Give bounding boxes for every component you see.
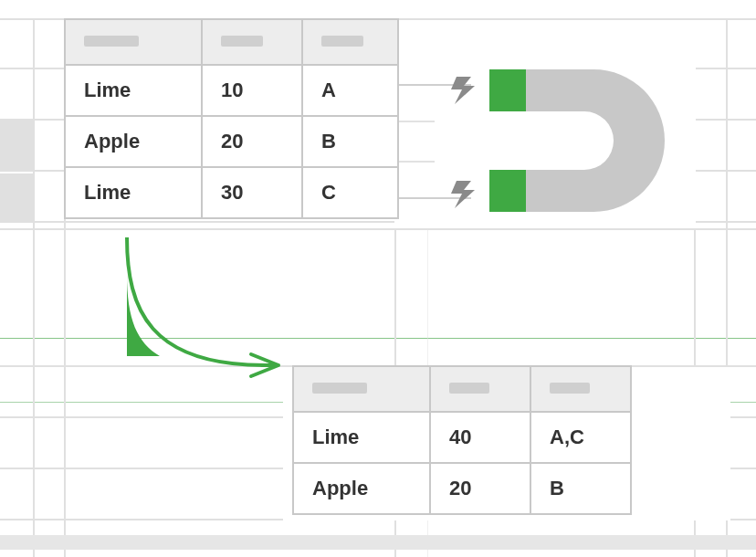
header-placeholder [321,36,363,47]
result-table: Lime 40 A,C Apple 20 B [292,365,632,515]
cell: B [530,463,631,514]
bottom-bar [0,535,756,550]
header-placeholder [449,383,489,394]
cell: 30 [202,167,302,218]
svg-rect-1 [489,170,526,212]
cell: 20 [430,463,530,514]
table-row: Lime 40 A,C [293,412,631,463]
cell: Apple [65,116,202,167]
table-row: Lime 10 A [65,65,398,116]
cell: A [302,65,398,116]
arrow-icon [96,237,297,402]
table-header-row [293,366,631,412]
cell: 10 [202,65,302,116]
header-placeholder [84,36,139,47]
cell: 40 [430,412,530,463]
table-header-row [65,19,398,65]
header-placeholder [550,383,590,394]
cell: B [302,116,398,167]
source-table: Lime 10 A Apple 20 B Lime 30 C [64,18,399,219]
svg-rect-0 [489,69,526,111]
cell: Lime [65,167,202,218]
header-placeholder [221,36,263,47]
table-row: Lime 30 C [65,167,398,218]
table-row: Apple 20 B [293,463,631,514]
cell: A,C [530,412,631,463]
cell: Lime [293,412,430,463]
magnet-icon [447,64,676,219]
cell: Apple [293,463,430,514]
table-row: Apple 20 B [65,116,398,167]
header-placeholder [312,383,367,394]
cell: 20 [202,116,302,167]
cell: C [302,167,398,218]
cell: Lime [65,65,202,116]
